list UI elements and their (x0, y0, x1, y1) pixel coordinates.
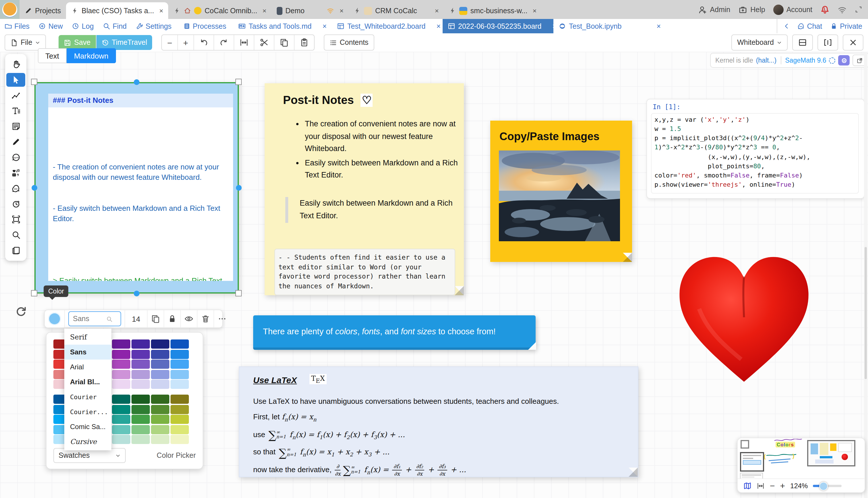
font-menu-item-comic-sa-[interactable]: Comic Sa... (64, 419, 111, 434)
fit-width-icon[interactable] (757, 482, 765, 490)
tool-timer[interactable] (6, 197, 25, 211)
color-swatch[interactable] (132, 359, 150, 369)
file-tab-tasks-md[interactable]: Tasks and Tools.md × (233, 19, 332, 33)
font-menu-item-sans[interactable]: Sans (64, 345, 111, 359)
files-link[interactable]: Files (0, 22, 34, 30)
color-swatch[interactable] (151, 415, 169, 424)
account-button[interactable]: Account (773, 4, 812, 15)
redo-button[interactable] (214, 35, 234, 50)
timetravel-button[interactable]: TimeTravel (96, 35, 152, 50)
canvas-scrollbar[interactable] (864, 52, 867, 498)
chat-button[interactable]: Chat (796, 22, 823, 30)
fullscreen-corners-icon[interactable] (855, 6, 862, 13)
color-swatch[interactable] (132, 405, 150, 414)
color-swatch[interactable] (112, 415, 130, 424)
selection-handle-top-left[interactable] (31, 79, 37, 85)
font-size-stepper[interactable]: 14 (125, 310, 148, 327)
sagemath-icon[interactable] (838, 55, 850, 65)
selection-handle-right-mid[interactable] (236, 185, 242, 191)
color-swatch[interactable] (112, 339, 130, 349)
browser-tab-cocalc-omnib[interactable]: CoCalc Omnib... × (168, 2, 272, 19)
color-swatch[interactable] (171, 435, 189, 444)
color-swatch[interactable] (151, 425, 169, 434)
selection-handle-bottom-mid[interactable] (134, 291, 139, 297)
color-picker-link[interactable]: Color Picker (157, 451, 196, 459)
notifications-bell[interactable]: 1 (820, 5, 829, 14)
font-menu-item-courier-[interactable]: Courier... (64, 404, 111, 419)
color-swatch[interactable] (112, 405, 130, 414)
minimap-viewport[interactable] (740, 452, 764, 472)
cut-button[interactable] (254, 35, 274, 50)
color-swatch[interactable] (132, 350, 150, 359)
copy-button[interactable] (274, 35, 295, 50)
minimap-content[interactable]: Colors (738, 438, 865, 479)
close-icon[interactable]: × (435, 6, 439, 15)
selection-handle-bottom-left[interactable] (31, 290, 37, 297)
color-swatch[interactable] (171, 370, 189, 379)
selection-handle-left-mid[interactable] (31, 185, 37, 191)
color-swatch[interactable] (151, 359, 169, 369)
undo-button[interactable] (194, 35, 214, 50)
color-swatch[interactable] (171, 405, 189, 414)
scrollbar-thumb[interactable] (865, 247, 867, 379)
latex-note[interactable]: Use LaTeX TEX Use LaTeX to have unambigu… (239, 366, 638, 477)
close-file-button[interactable] (843, 35, 864, 51)
code-input[interactable]: x,y,z = var ('x','y','z')w = 1.5p = impl… (651, 113, 859, 194)
file-tab-notebook[interactable]: Test_Book.ipynb × (553, 19, 664, 33)
tool-search[interactable] (6, 228, 25, 242)
chevron-left-icon[interactable] (783, 22, 790, 30)
tool-pages[interactable] (6, 244, 25, 257)
tool-chat[interactable] (6, 182, 25, 195)
mode-markdown-button[interactable]: Markdown (67, 48, 116, 63)
tool-pencil[interactable] (6, 135, 25, 149)
tool-edge[interactable] (6, 89, 25, 102)
font-menu-item-cursive[interactable]: Cursive (64, 434, 111, 449)
help-button[interactable]: Help (738, 5, 765, 14)
minimap[interactable]: Colors (737, 438, 865, 493)
color-swatch[interactable] (171, 395, 189, 404)
color-swatch[interactable] (151, 339, 169, 349)
color-swatch[interactable] (151, 370, 169, 379)
color-button[interactable] (45, 310, 65, 327)
tool-cursor[interactable] (6, 73, 25, 87)
minimap-zoom-in[interactable]: + (780, 481, 785, 490)
color-swatch[interactable] (151, 380, 169, 389)
close-icon[interactable]: × (322, 22, 327, 30)
color-swatch[interactable] (112, 380, 130, 389)
split-vertical-button[interactable] (817, 35, 838, 51)
log-link[interactable]: Log (67, 22, 98, 30)
browser-tab-smc[interactable]: smc-business-w... × (444, 2, 542, 19)
color-swatch[interactable] (171, 380, 189, 389)
banner-note[interactable]: There are plenty of colors, fonts, and f… (253, 315, 535, 350)
rotate-handle[interactable] (15, 305, 27, 320)
processes-link[interactable]: Processes (178, 22, 231, 30)
browser-tab-demo[interactable]: Demo × (272, 2, 349, 19)
save-button[interactable]: Save (58, 35, 96, 50)
zoom-in-button[interactable]: + (178, 35, 194, 50)
tool-ipynb[interactable] (6, 150, 25, 164)
selection-handle-top-mid[interactable] (134, 79, 139, 85)
map-icon[interactable] (743, 482, 751, 490)
color-swatch[interactable] (171, 350, 189, 359)
postit-note[interactable]: Post-it Notes ♡ The creation of convenie… (265, 83, 464, 295)
color-swatch[interactable] (112, 370, 130, 379)
color-swatch[interactable] (151, 405, 169, 414)
close-icon[interactable]: × (159, 6, 163, 15)
font-family-input-wrap[interactable] (68, 311, 121, 326)
images-note[interactable]: Copy/Paste Images (490, 121, 632, 262)
hide-button[interactable] (181, 310, 198, 327)
color-swatch[interactable] (132, 380, 150, 389)
close-icon[interactable]: × (436, 22, 440, 30)
cocalc-logo[interactable] (0, 0, 19, 19)
color-swatch[interactable] (132, 370, 150, 379)
color-swatch[interactable] (151, 395, 169, 404)
browser-tab-crm[interactable]: CRM CoCalc × (349, 2, 444, 19)
selected-markdown-note[interactable]: ### Post-it Notes - The creation of conv… (35, 82, 239, 293)
color-swatch[interactable] (171, 339, 189, 349)
selection-handle-bottom-right[interactable] (235, 290, 242, 297)
whiteboard-canvas[interactable]: Text Markdown Kernel is idle (halt...) S… (0, 52, 868, 498)
markdown-editor[interactable]: ### Post-it Notes - The creation of conv… (48, 94, 233, 281)
font-menu-item-courier[interactable]: Courier (64, 390, 111, 404)
delete-button[interactable] (198, 310, 214, 327)
color-swatch[interactable] (132, 395, 150, 404)
